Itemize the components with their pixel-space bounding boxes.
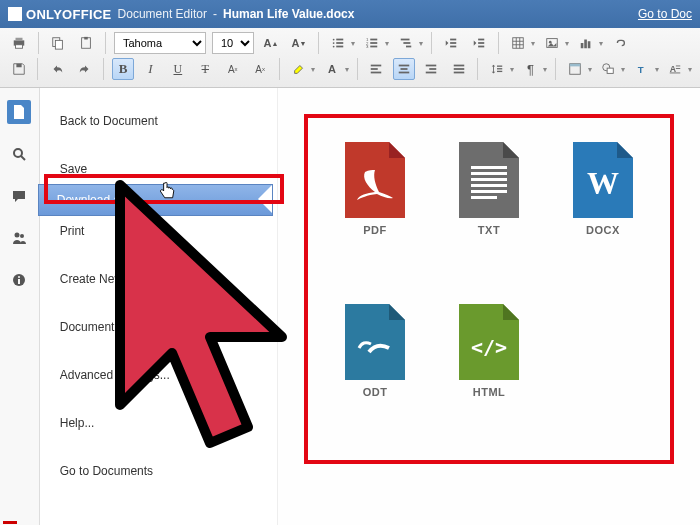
- svg-rect-10: [336, 42, 343, 44]
- svg-rect-12: [336, 46, 343, 48]
- indent-button[interactable]: [468, 32, 490, 54]
- format-odt[interactable]: ODT: [338, 304, 412, 436]
- paste-button[interactable]: [75, 32, 97, 54]
- svg-rect-35: [581, 43, 584, 48]
- menu-back-to-document[interactable]: Back to Document: [40, 106, 277, 136]
- svg-rect-37: [588, 41, 591, 48]
- svg-rect-2: [16, 45, 23, 49]
- svg-rect-6: [84, 37, 88, 40]
- print-button[interactable]: [8, 32, 30, 54]
- svg-text:T: T: [637, 64, 643, 75]
- strikethrough-button[interactable]: T: [195, 58, 216, 80]
- svg-line-65: [21, 156, 25, 160]
- underline-button[interactable]: U: [167, 58, 188, 80]
- svg-rect-18: [370, 46, 377, 48]
- svg-text:W: W: [587, 165, 619, 201]
- menu-advanced-settings[interactable]: Advanced Settings...: [40, 360, 277, 390]
- menu-go-to-documents[interactable]: Go to Documents: [40, 456, 277, 486]
- brand-icon: [8, 7, 22, 21]
- editor-label: Document Editor: [118, 7, 207, 21]
- align-justify-button[interactable]: [448, 58, 469, 80]
- superscript-button[interactable]: Ax: [222, 58, 243, 80]
- search-icon[interactable]: [7, 142, 31, 166]
- insert-header-button[interactable]: [564, 58, 585, 80]
- svg-rect-50: [453, 72, 464, 74]
- svg-text:3: 3: [366, 44, 369, 49]
- svg-rect-4: [55, 40, 62, 49]
- align-left-button[interactable]: [366, 58, 387, 80]
- svg-rect-1: [16, 38, 23, 41]
- menu-save[interactable]: Save: [40, 154, 277, 184]
- brand: ONLYOFFICE: [8, 7, 112, 22]
- comments-icon[interactable]: [7, 184, 31, 208]
- svg-rect-38: [16, 64, 21, 68]
- font-color-button[interactable]: A: [321, 58, 342, 80]
- svg-rect-43: [400, 68, 407, 70]
- svg-rect-44: [399, 72, 410, 74]
- redo-button[interactable]: [74, 58, 95, 80]
- multilevel-button[interactable]: [395, 32, 417, 54]
- separator: -: [213, 7, 217, 21]
- info-icon[interactable]: [7, 268, 31, 292]
- format-html[interactable]: </> HTML: [452, 304, 526, 436]
- bullets-button[interactable]: [327, 32, 349, 54]
- svg-rect-41: [371, 72, 382, 74]
- svg-text:</>: </>: [471, 335, 507, 359]
- line-spacing-button[interactable]: [486, 58, 507, 80]
- svg-point-66: [15, 233, 20, 238]
- paragraph-button[interactable]: ¶: [520, 58, 541, 80]
- menu-document-info[interactable]: Document Info...: [40, 312, 277, 342]
- title-bar: ONLYOFFICE Document Editor - Human Life …: [0, 0, 700, 28]
- menu-help[interactable]: Help...: [40, 408, 277, 438]
- highlight-button[interactable]: [288, 58, 309, 80]
- menu-download-as[interactable]: Download as...: [38, 184, 273, 216]
- svg-rect-54: [497, 71, 502, 72]
- format-pdf[interactable]: PDF: [338, 142, 412, 274]
- svg-rect-21: [406, 46, 411, 48]
- file-tab-icon[interactable]: [7, 100, 31, 124]
- svg-rect-36: [584, 40, 587, 49]
- svg-rect-23: [450, 42, 456, 44]
- users-icon[interactable]: [7, 226, 31, 250]
- bold-button[interactable]: B: [112, 58, 133, 80]
- svg-rect-53: [497, 68, 502, 69]
- svg-point-11: [333, 46, 335, 48]
- copy-button[interactable]: [47, 32, 69, 54]
- format-odt-label: ODT: [363, 386, 388, 398]
- font-name-select[interactable]: Tahoma: [114, 32, 206, 54]
- undo-button[interactable]: [46, 58, 67, 80]
- increase-font-button[interactable]: A▲: [260, 32, 282, 54]
- italic-button[interactable]: I: [140, 58, 161, 80]
- svg-rect-73: [471, 178, 507, 181]
- subscript-button[interactable]: Ax: [249, 58, 270, 80]
- font-size-select[interactable]: 10: [212, 32, 254, 54]
- insert-dropcap-button[interactable]: A: [665, 58, 686, 80]
- outdent-button[interactable]: [440, 32, 462, 54]
- numbering-button[interactable]: 123: [361, 32, 383, 54]
- format-docx[interactable]: W DOCX: [566, 142, 640, 274]
- save-button[interactable]: [8, 58, 29, 80]
- format-pdf-label: PDF: [363, 224, 387, 236]
- insert-table-button[interactable]: [507, 32, 529, 54]
- insert-chart-button[interactable]: [575, 32, 597, 54]
- svg-rect-16: [370, 42, 377, 44]
- svg-rect-40: [371, 68, 378, 70]
- svg-rect-74: [471, 184, 507, 187]
- svg-point-70: [18, 276, 20, 278]
- insert-link-button[interactable]: [609, 32, 631, 54]
- svg-rect-42: [399, 65, 410, 67]
- align-center-button[interactable]: [393, 58, 414, 80]
- svg-rect-27: [478, 46, 484, 48]
- menu-create-new[interactable]: Create New: [40, 264, 277, 294]
- align-right-button[interactable]: [421, 58, 442, 80]
- decrease-font-button[interactable]: A▼: [288, 32, 310, 54]
- format-txt[interactable]: TXT: [452, 142, 526, 274]
- go-to-documents-link[interactable]: Go to Doc: [638, 7, 692, 21]
- svg-text:A: A: [670, 64, 677, 74]
- svg-rect-26: [478, 42, 484, 44]
- insert-image-button[interactable]: [541, 32, 563, 54]
- menu-print[interactable]: Print: [40, 216, 277, 246]
- insert-shape-button[interactable]: [598, 58, 619, 80]
- formats-grid: PDF TXT W DOCX ODT </> HTML: [304, 114, 674, 464]
- insert-textart-button[interactable]: T: [631, 58, 652, 80]
